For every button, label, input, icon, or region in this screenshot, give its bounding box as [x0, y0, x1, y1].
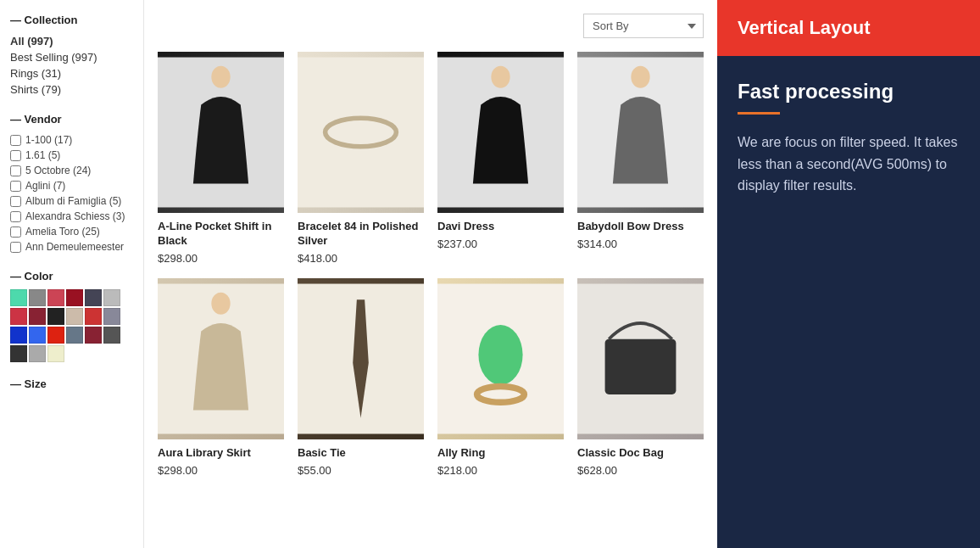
vendor-list: 1-100 (17)1.61 (5)5 Octobre (24)Aglini (…	[10, 132, 133, 254]
vendor-item[interactable]: Amelia Toro (25)	[10, 224, 133, 239]
vendor-checkbox[interactable]	[10, 226, 21, 238]
product-card[interactable]: Ally Ring$218.00	[437, 278, 564, 477]
vendor-item[interactable]: Ann Demeulemeester	[10, 239, 133, 254]
color-swatch[interactable]	[66, 289, 83, 306]
product-image	[158, 278, 284, 439]
color-swatch[interactable]	[47, 327, 64, 344]
vendor-checkbox[interactable]	[10, 181, 21, 192]
products-grid: A-Line Pocket Shift in Black$298.00Brace…	[158, 52, 704, 477]
color-swatch[interactable]	[103, 289, 120, 306]
collection-title: — Collection	[10, 14, 133, 26]
vendor-title: — Vendor	[10, 113, 133, 126]
color-swatch[interactable]	[10, 345, 27, 362]
product-price: $298.00	[158, 252, 284, 265]
vendor-item[interactable]: 1-100 (17)	[10, 132, 133, 148]
vendor-checkbox[interactable]	[10, 135, 21, 146]
vendor-item[interactable]: Alexandra Schiess (3)	[10, 209, 133, 224]
main-header: Sort ByPrice: Low to HighPrice: High to …	[158, 14, 704, 38]
color-swatch[interactable]	[66, 327, 83, 344]
sort-select[interactable]: Sort ByPrice: Low to HighPrice: High to …	[583, 14, 704, 38]
vendor-checkbox[interactable]	[10, 150, 21, 161]
vendor-checkbox[interactable]	[10, 242, 21, 253]
product-name: A-Line Pocket Shift in Black	[158, 220, 284, 249]
product-image	[298, 52, 424, 213]
svg-rect-15	[605, 339, 677, 394]
product-name: Basic Tie	[298, 446, 424, 461]
vendor-label: 5 Octobre (24)	[25, 165, 91, 176]
vendor-label: Ann Demeulemeester	[25, 241, 124, 253]
product-name: Davi Dress	[437, 220, 564, 234]
right-panel-body-text: We are focus on filter speed. It takes l…	[738, 131, 960, 197]
product-image	[577, 52, 704, 213]
product-price: $298.00	[158, 464, 284, 477]
color-swatch[interactable]	[29, 308, 46, 325]
right-panel-header: Vertical Layout	[717, 0, 980, 56]
collection-item[interactable]: All (997)	[10, 33, 133, 49]
size-title: — Size	[10, 377, 133, 390]
collection-filter: — Collection All (997)Best Selling (997)…	[10, 14, 133, 98]
color-swatch[interactable]	[29, 289, 46, 306]
color-filter: — Color	[10, 270, 133, 362]
color-swatch[interactable]	[103, 308, 120, 325]
right-panel-body: Fast processing We are focus on filter s…	[717, 56, 980, 548]
vendor-checkbox[interactable]	[10, 196, 21, 207]
color-swatch[interactable]	[29, 345, 46, 362]
collection-item[interactable]: Rings (31)	[10, 65, 133, 81]
product-card[interactable]: A-Line Pocket Shift in Black$298.00	[158, 52, 284, 265]
vendor-label: Aglini (7)	[25, 180, 65, 192]
vendor-checkbox[interactable]	[10, 165, 21, 176]
color-swatch[interactable]	[47, 289, 64, 306]
right-panel: Vertical Layout Fast processing We are f…	[717, 0, 980, 548]
product-price: $218.00	[437, 464, 564, 477]
svg-point-9	[211, 293, 230, 315]
product-card[interactable]: Classic Doc Bag$628.00	[577, 278, 704, 477]
product-card[interactable]: Basic Tie$55.00	[298, 278, 424, 477]
vendor-label: Alexandra Schiess (3)	[25, 210, 125, 222]
color-swatch[interactable]	[10, 308, 27, 325]
vendor-filter: — Vendor 1-100 (17)1.61 (5)5 Octobre (24…	[10, 113, 133, 254]
color-swatch[interactable]	[47, 308, 64, 325]
color-swatch[interactable]	[29, 327, 46, 344]
color-title: — Color	[10, 270, 133, 282]
accent-line	[738, 112, 780, 115]
main-content: Sort ByPrice: Low to HighPrice: High to …	[144, 0, 717, 548]
product-name: Aura Library Skirt	[158, 446, 284, 461]
svg-point-5	[491, 66, 509, 88]
vendor-item[interactable]: Album di Famiglia (5)	[10, 193, 133, 209]
color-swatch[interactable]	[10, 327, 27, 344]
product-price: $237.00	[437, 238, 564, 250]
right-panel-body-title: Fast processing	[738, 80, 960, 103]
color-swatch[interactable]	[85, 327, 102, 344]
color-swatch[interactable]	[10, 289, 27, 306]
product-image	[577, 278, 704, 439]
color-swatch[interactable]	[85, 289, 102, 306]
product-image	[437, 278, 564, 439]
svg-point-12	[478, 325, 522, 385]
color-swatch[interactable]	[85, 308, 102, 325]
color-swatch[interactable]	[66, 308, 83, 325]
product-image	[437, 52, 564, 213]
vendor-label: Amelia Toro (25)	[25, 226, 100, 238]
svg-point-1	[211, 66, 230, 88]
product-name: Bracelet 84 in Polished Silver	[298, 220, 424, 249]
vendor-label: 1-100 (17)	[25, 134, 72, 146]
collection-item[interactable]: Best Selling (997)	[10, 49, 133, 65]
vendor-checkbox[interactable]	[10, 211, 21, 222]
vendor-item[interactable]: Aglini (7)	[10, 178, 133, 193]
product-card[interactable]: Aura Library Skirt$298.00	[158, 278, 284, 477]
product-card[interactable]: Babydoll Bow Dress$314.00	[577, 52, 704, 265]
color-swatch[interactable]	[103, 327, 120, 344]
product-card[interactable]: Bracelet 84 in Polished Silver$418.00	[298, 52, 424, 265]
color-swatch[interactable]	[47, 345, 64, 362]
vendor-item[interactable]: 5 Octobre (24)	[10, 163, 133, 178]
product-name: Classic Doc Bag	[577, 446, 704, 461]
product-card[interactable]: Davi Dress$237.00	[437, 52, 564, 265]
svg-rect-2	[298, 58, 424, 208]
size-filter: — Size	[10, 377, 133, 390]
product-image	[298, 278, 424, 439]
product-name: Babydoll Bow Dress	[577, 220, 704, 234]
right-panel-title: Vertical Layout	[738, 17, 960, 39]
collection-item[interactable]: Shirts (79)	[10, 81, 133, 98]
vendor-item[interactable]: 1.61 (5)	[10, 148, 133, 163]
product-image	[158, 52, 284, 213]
